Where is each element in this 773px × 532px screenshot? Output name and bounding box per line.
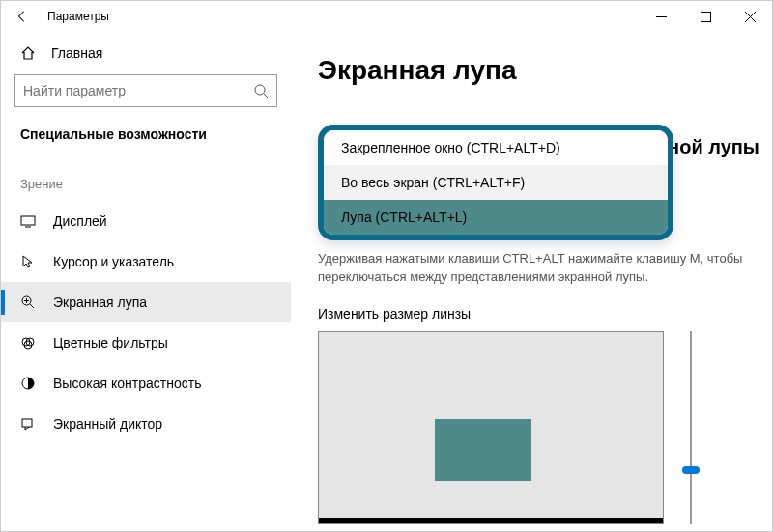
- section-title: Специальные возможности: [1, 126, 291, 157]
- nav-label: Экранный диктор: [53, 416, 162, 432]
- cursor-icon: [20, 254, 36, 269]
- sidebar-item-magnifier[interactable]: Экранная лупа: [1, 282, 291, 322]
- nav-label: Дисплей: [53, 213, 107, 229]
- lens-size-label: Изменить размер линзы: [318, 306, 471, 322]
- lens-preview: [318, 331, 664, 524]
- sidebar-item-narrator[interactable]: Экранный диктор: [1, 404, 291, 444]
- search-box[interactable]: [14, 74, 277, 107]
- home-label: Главная: [51, 45, 102, 61]
- search-input[interactable]: [23, 83, 253, 98]
- page-title: Экранная лупа: [318, 55, 772, 86]
- sidebar-item-display[interactable]: Дисплей: [1, 201, 291, 241]
- narrator-icon: [20, 416, 36, 432]
- lens-height-slider[interactable]: [682, 331, 700, 524]
- sidebar-item-high-contrast[interactable]: Высокая контрастность: [1, 363, 291, 404]
- svg-rect-16: [22, 419, 32, 427]
- dropdown-option-docked[interactable]: Закрепленное окно (CTRL+ALT+D): [324, 130, 668, 165]
- sidebar-item-cursor[interactable]: Курсор и указатель: [1, 241, 291, 282]
- dropdown-option-lens[interactable]: Лупа (CTRL+ALT+L): [324, 200, 668, 235]
- display-icon: [20, 213, 36, 229]
- svg-rect-6: [21, 216, 35, 225]
- close-button[interactable]: [728, 1, 772, 32]
- back-button[interactable]: [9, 3, 36, 30]
- nav-label: Экранная лупа: [53, 294, 147, 310]
- search-icon: [253, 83, 269, 98]
- slider-thumb[interactable]: [682, 466, 700, 474]
- dropdown-option-fullscreen[interactable]: Во весь экран (CTRL+ALT+F): [324, 165, 668, 200]
- svg-rect-1: [701, 12, 710, 21]
- view-mode-dropdown[interactable]: Закрепленное окно (CTRL+ALT+D) Во весь э…: [318, 125, 673, 240]
- minimize-button[interactable]: [639, 1, 683, 32]
- home-icon: [20, 45, 36, 61]
- hint-text: Удерживая нажатыми клавиши CTRL+ALT нажи…: [318, 250, 753, 287]
- nav-label: Высокая контрастность: [53, 376, 201, 391]
- nav-label: Цветные фильтры: [53, 335, 168, 350]
- high-contrast-icon: [20, 376, 36, 391]
- nav-label: Курсор и указатель: [53, 254, 174, 269]
- group-label: Зрение: [1, 157, 291, 201]
- svg-line-5: [264, 94, 268, 98]
- slider-track: [690, 331, 692, 524]
- lens-bottom-bar: [319, 518, 663, 523]
- maximize-button[interactable]: [683, 1, 728, 32]
- color-filters-icon: [20, 335, 36, 350]
- lens-rectangle: [435, 419, 531, 481]
- magnifier-icon: [20, 294, 36, 310]
- svg-line-9: [30, 304, 34, 308]
- sidebar-item-color-filters[interactable]: Цветные фильтры: [1, 322, 291, 363]
- svg-point-4: [255, 85, 265, 95]
- home-link[interactable]: Главная: [1, 40, 291, 74]
- window-title: Параметры: [47, 10, 109, 23]
